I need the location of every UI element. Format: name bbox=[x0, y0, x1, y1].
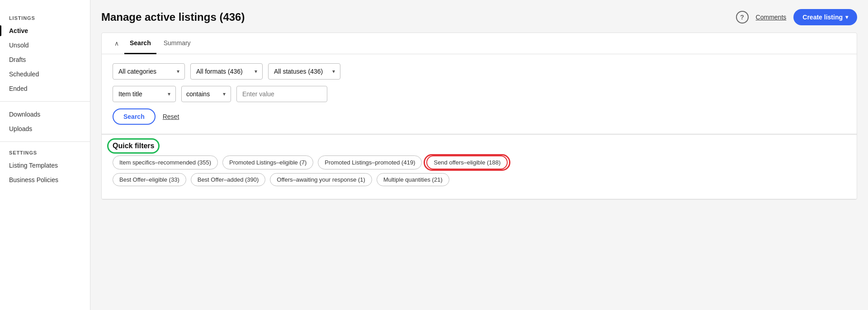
help-button[interactable]: ? bbox=[736, 11, 749, 23]
formats-select[interactable]: All formats (436) bbox=[190, 63, 263, 80]
statuses-select[interactable]: All statuses (436) bbox=[268, 63, 340, 80]
chip-send-offers-ring bbox=[424, 154, 510, 171]
tab-search[interactable]: Search bbox=[124, 33, 156, 54]
chip-send-offers[interactable]: Send offers–eligible (188) bbox=[426, 155, 508, 169]
app-layout: LISTINGS Active Unsold Drafts Scheduled … bbox=[0, 0, 868, 310]
categories-select[interactable]: All categories bbox=[113, 63, 185, 80]
chips-row-2: Best Offer–eligible (33) Best Offer–adde… bbox=[113, 173, 846, 186]
quick-filters-header: Quick filters bbox=[113, 142, 846, 150]
field-select[interactable]: Item title Item ID SKU bbox=[113, 86, 176, 102]
quick-filters-label-wrapper: Quick filters bbox=[113, 142, 154, 150]
panel-tabs: ∧ Search Summary bbox=[102, 33, 857, 54]
page-header: Manage active listings (436) ? Comments … bbox=[101, 9, 857, 25]
chip-item-specifics[interactable]: Item specifics–recommended (355) bbox=[113, 155, 218, 169]
sidebar-item-scheduled[interactable]: Scheduled bbox=[0, 67, 90, 81]
categories-select-wrapper: All categories bbox=[113, 63, 185, 80]
sidebar-divider-1 bbox=[0, 101, 90, 102]
condition-select[interactable]: contains equals starts with bbox=[181, 86, 231, 102]
quick-filters-label: Quick filters bbox=[113, 142, 154, 150]
reset-button[interactable]: Reset bbox=[163, 113, 179, 120]
sidebar-item-downloads[interactable]: Downloads bbox=[0, 107, 90, 122]
chip-best-offer-added[interactable]: Best Offer–added (390) bbox=[191, 173, 266, 186]
create-listing-chevron: ▾ bbox=[845, 14, 848, 20]
panel: ∧ Search Summary All categories Al bbox=[101, 33, 857, 200]
settings-section-label: SETTINGS bbox=[0, 147, 90, 158]
chip-promoted-eligible[interactable]: Promoted Listings–eligible (7) bbox=[222, 155, 313, 169]
panel-collapse-toggle[interactable]: ∧ bbox=[111, 33, 123, 53]
chip-promoted-promoted[interactable]: Promoted Listings–promoted (419) bbox=[318, 155, 422, 169]
filter-row-search: Item title Item ID SKU contains equals s… bbox=[113, 86, 846, 102]
sidebar-item-drafts[interactable]: Drafts bbox=[0, 52, 90, 67]
filter-section: All categories All formats (436) All sta… bbox=[102, 54, 857, 134]
sidebar-item-ended[interactable]: Ended bbox=[0, 81, 90, 96]
filter-row-dropdowns: All categories All formats (436) All sta… bbox=[113, 63, 846, 80]
sidebar-item-listing-templates[interactable]: Listing Templates bbox=[0, 158, 90, 173]
create-listing-button[interactable]: Create listing ▾ bbox=[793, 9, 857, 25]
sidebar-item-unsold[interactable]: Unsold bbox=[0, 38, 90, 52]
value-input[interactable] bbox=[236, 86, 327, 102]
collapse-arrow: ∧ bbox=[114, 40, 119, 47]
field-select-wrapper: Item title Item ID SKU bbox=[113, 86, 176, 102]
sidebar-item-business-policies[interactable]: Business Policies bbox=[0, 173, 90, 187]
sidebar: LISTINGS Active Unsold Drafts Scheduled … bbox=[0, 0, 90, 310]
chip-offers-awaiting[interactable]: Offers–awaiting your response (1) bbox=[270, 173, 372, 186]
action-row: Search Reset bbox=[113, 108, 846, 125]
main-content: Manage active listings (436) ? Comments … bbox=[90, 0, 868, 310]
create-listing-label: Create listing bbox=[802, 14, 843, 21]
bottom-divider bbox=[102, 199, 857, 199]
sidebar-item-uploads[interactable]: Uploads bbox=[0, 122, 90, 136]
formats-select-wrapper: All formats (436) bbox=[190, 63, 263, 80]
listings-section-label: LISTINGS bbox=[0, 13, 90, 23]
search-button[interactable]: Search bbox=[113, 108, 156, 125]
sidebar-divider-2 bbox=[0, 141, 90, 142]
chip-best-offer-eligible[interactable]: Best Offer–eligible (33) bbox=[113, 173, 186, 186]
chip-multiple-quantities[interactable]: Multiple quantities (21) bbox=[377, 173, 449, 186]
sidebar-item-active[interactable]: Active bbox=[0, 23, 90, 38]
statuses-select-wrapper: All statuses (436) bbox=[268, 63, 340, 80]
page-title: Manage active listings (436) bbox=[101, 11, 729, 23]
quick-filters-section: Quick filters Item specifics–recommended… bbox=[102, 134, 857, 199]
condition-select-wrapper: contains equals starts with bbox=[181, 86, 231, 102]
chips-row-1: Item specifics–recommended (355) Promote… bbox=[113, 155, 846, 169]
tab-summary[interactable]: Summary bbox=[158, 33, 196, 54]
chip-send-offers-wrapper: Send offers–eligible (188) bbox=[426, 155, 508, 169]
comments-link[interactable]: Comments bbox=[756, 14, 787, 21]
